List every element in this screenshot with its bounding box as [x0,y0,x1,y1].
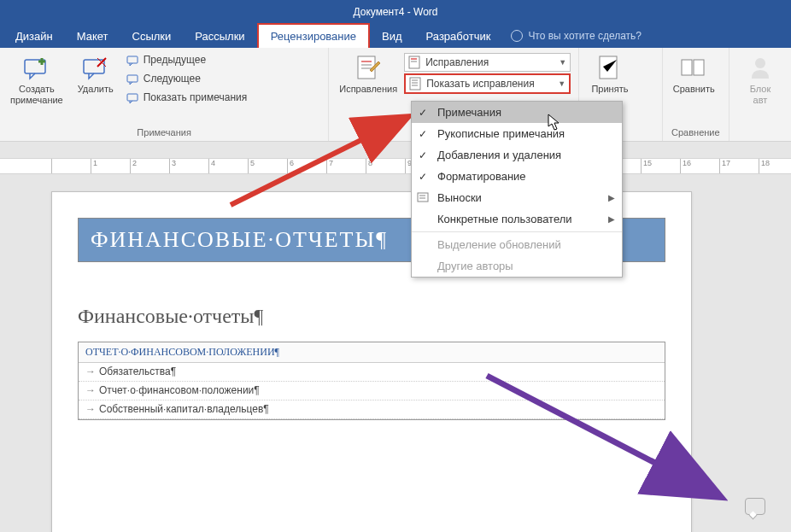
menu-separator [412,231,622,232]
svg-rect-7 [127,75,138,82]
display-icon [408,56,422,69]
menu-item-formatting[interactable]: ✓ Форматирование [412,166,622,187]
show-comments-label: Показать примечания [144,91,248,103]
delete-comment-icon [82,55,109,82]
display-label: Исправления [425,56,489,68]
previous-comment-button[interactable]: Предыдущее [123,51,251,68]
ribbon: Создать примечание Удалить Предыдущее Сл… [0,48,791,142]
comments-group-label: Примечания [5,126,323,139]
compare-label: Сравнить [673,84,715,95]
document-canvas: ФИНАНСОВЫЕ·ОТЧЕТЫ¶ Финансовые·отчеты¶ ОТ… [0,174,791,532]
bulb-icon [511,30,523,42]
menu-item-other-authors: Другие авторы [412,255,622,277]
svg-rect-8 [127,94,138,101]
svg-rect-6 [127,56,138,63]
tab-review[interactable]: Рецензирование [257,23,370,50]
menu-item-ink[interactable]: ✓ Рукописные примечания [412,123,622,144]
tell-me-placeholder: Что вы хотите сделать? [528,30,642,42]
menu-item-specific-people[interactable]: Конкретные пользователи ▶ [412,208,622,230]
horizontal-ruler[interactable]: 12345678910111213141516171819 [0,159,791,174]
menu-item-comments[interactable]: ✓ Примечания [412,102,622,123]
quick-access-strip [0,142,791,159]
track-changes-label: Исправления [339,84,397,95]
accept-button[interactable]: Принять [584,51,636,98]
show-markup-icon [409,77,423,91]
qat-icon-2[interactable] [29,144,43,156]
title-bar: Документ4 - Word [0,0,791,24]
tab-layout[interactable]: Макет [65,25,120,48]
show-markup-menu: ✓ Примечания ✓ Рукописные примечания ✓ Д… [411,101,623,278]
toc-row[interactable]: →Отчет·о·финансовом·положении¶ [79,382,665,400]
delete-comment-label: Удалить [78,84,114,95]
svg-point-23 [755,58,765,68]
menu-item-insertions-deletions[interactable]: ✓ Добавления и удаления [412,144,622,166]
window-title: Документ4 - Word [353,6,437,18]
comment-indicator-icon[interactable] [745,498,765,515]
svg-rect-13 [409,56,419,68]
compare-group-label: Сравнение [668,126,724,139]
toc-row[interactable]: →Обязательства¶ [79,363,665,382]
check-icon: ✓ [419,171,427,183]
dropdown-arrow-icon: ▼ [559,58,566,67]
section-heading[interactable]: Финансовые·отчеты¶ [78,305,665,328]
svg-rect-21 [682,60,692,75]
ribbon-tabs: Дизайн Макет Ссылки Рассылки Рецензирова… [0,24,791,48]
tab-view[interactable]: Вид [370,25,414,48]
next-label: Следующее [144,73,201,85]
accept-label: Принять [591,84,628,95]
tell-me-search[interactable]: Что вы хотите сделать? [511,30,642,42]
next-comment-button[interactable]: Следующее [123,70,251,87]
show-markup-dropdown[interactable]: Показать исправления ▼ [404,73,571,94]
menu-item-balloons[interactable]: Выноски ▶ [412,187,622,208]
previous-label: Предыдущее [144,54,206,66]
check-icon: ✓ [419,128,427,140]
block-authors-label: Блок авт [750,84,771,106]
qat-icon-1[interactable] [9,144,22,156]
toc-header[interactable]: ОТЧЕТ·О·ФИНАНСОВОМ·ПОЛОЖЕНИИ¶ [79,342,665,363]
show-comments-icon [126,91,140,104]
compare-icon [680,55,707,82]
compare-button[interactable]: Сравнить [668,51,720,98]
new-comment-label: Создать примечание [10,84,63,106]
show-markup-label: Показать исправления [426,78,535,90]
svg-rect-24 [418,193,428,202]
block-authors-button[interactable]: Блок авт [735,51,786,109]
check-icon: ✓ [419,107,427,119]
delete-comment-button[interactable]: Удалить [70,51,121,98]
qat-icon-3[interactable] [50,144,63,156]
new-comment-button[interactable]: Создать примечание [5,51,68,109]
tab-mailings[interactable]: Рассылки [183,25,256,48]
dropdown-arrow-icon: ▼ [558,79,565,88]
balloons-icon [417,191,431,205]
svg-rect-22 [694,60,704,75]
track-changes-button[interactable]: Исправления [334,51,402,98]
tab-references[interactable]: Ссылки [120,25,184,48]
submenu-arrow-icon: ▶ [608,193,615,202]
next-icon [126,72,140,85]
block-authors-icon [747,55,774,82]
new-comment-icon [23,55,50,82]
show-comments-button[interactable]: Показать примечания [123,89,251,106]
svg-rect-16 [410,78,420,90]
tab-developer[interactable]: Разработчик [414,25,503,48]
submenu-arrow-icon: ▶ [608,214,615,224]
check-icon: ✓ [419,149,427,161]
accept-icon [596,55,624,82]
tab-design[interactable]: Дизайн [3,25,65,48]
display-for-review-dropdown[interactable]: Исправления ▼ [404,53,571,72]
previous-icon [126,53,140,67]
track-changes-icon [354,55,382,82]
menu-item-highlight-updates: Выделение обновлений [412,234,622,255]
table-of-contents[interactable]: ОТЧЕТ·О·ФИНАНСОВОМ·ПОЛОЖЕНИИ¶ →Обязатель… [78,342,665,420]
toc-row[interactable]: →Собственный·капитал·владельцев¶ [79,400,665,419]
